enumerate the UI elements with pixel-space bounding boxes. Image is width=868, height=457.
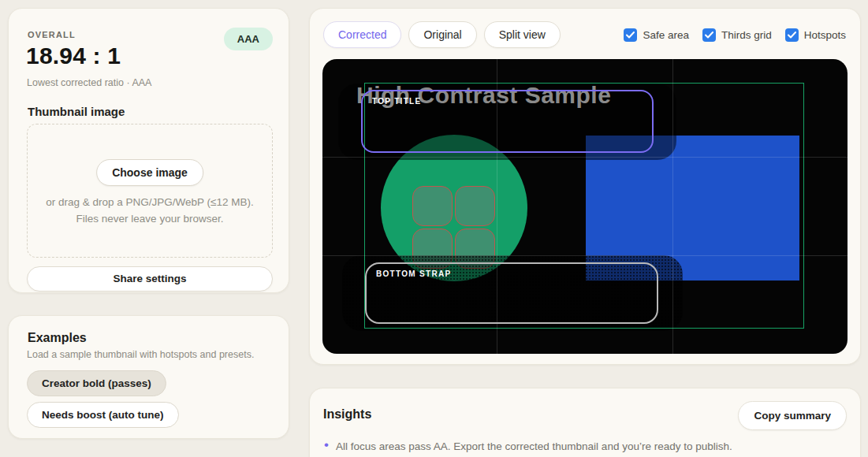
hotspot-top-title-label: TOP TITLE — [372, 97, 421, 106]
overlay-toggles: Safe area Thirds grid Hotspots — [624, 28, 846, 42]
thirds-grid-toggle[interactable]: Thirds grid — [702, 28, 772, 42]
checkmark-icon — [788, 32, 796, 39]
checkmark-icon — [626, 32, 635, 39]
insight-item: • All focus areas pass AA. Export the co… — [324, 439, 836, 454]
tab-original[interactable]: Original — [408, 21, 476, 48]
safe-area-toggle[interactable]: Safe area — [624, 28, 689, 42]
share-settings-button[interactable]: Share settings — [27, 266, 273, 292]
ratio-subtitle: Lowest corrected ratio · AAA — [27, 77, 151, 88]
thirds-grid-line — [322, 157, 848, 158]
examples-title: Examples — [28, 331, 87, 345]
hotspot-bottom-strap[interactable]: BOTTOM STRAP — [365, 262, 658, 324]
insights-panel: Insights Copy summary • All focus areas … — [309, 388, 861, 457]
hotspots-checkbox[interactable] — [785, 28, 799, 42]
dropzone-hint: or drag & drop a PNG/JPG/WebP (≤12 MB). … — [37, 194, 263, 227]
contrast-ratio-value: 18.94 : 1 — [26, 43, 121, 69]
safe-area-label: Safe area — [643, 29, 689, 41]
thirds-grid-line — [672, 59, 673, 354]
checkmark-icon — [705, 32, 713, 39]
viewer-panel: Corrected Original Split view Safe area … — [309, 8, 861, 365]
hotspots-label: Hotspots — [804, 29, 846, 41]
choose-image-button[interactable]: Choose image — [96, 159, 203, 186]
examples-panel: Examples Load a sample thumbnail with ho… — [8, 315, 289, 439]
overall-label: OVERALL — [28, 30, 76, 39]
examples-subtitle: Load a sample thumbnail with hotspots an… — [27, 349, 254, 360]
thumbnail-section-heading: Thumbnail image — [28, 105, 125, 118]
hotspot-top-title[interactable]: TOP TITLE — [361, 90, 654, 153]
tab-corrected[interactable]: Corrected — [323, 21, 401, 48]
safe-area-checkbox[interactable] — [624, 28, 637, 42]
view-mode-tabs: Corrected Original Split view — [323, 21, 561, 48]
bullet-icon: • — [324, 439, 329, 451]
thirds-grid-line — [322, 255, 848, 256]
insights-title: Insights — [323, 407, 371, 422]
hotspot-bottom-strap-label: BOTTOM STRAP — [376, 269, 451, 278]
example-needs-boost-button[interactable]: Needs boost (auto tune) — [27, 402, 179, 428]
thumbnail-preview-canvas[interactable]: High Contrast Sample TOP TITLE BOTTOM ST… — [322, 59, 848, 354]
image-dropzone[interactable]: Choose image or drag & drop a PNG/JPG/We… — [27, 124, 273, 258]
overall-panel: OVERALL AAA 18.94 : 1 Lowest corrected r… — [8, 8, 289, 293]
example-creator-bold-button[interactable]: Creator bold (passes) — [27, 370, 166, 396]
copy-summary-button[interactable]: Copy summary — [738, 401, 847, 430]
insight-text: All focus areas pass AA. Export the corr… — [336, 439, 732, 454]
thirds-grid-checkbox[interactable] — [702, 28, 716, 42]
tab-split-view[interactable]: Split view — [484, 21, 561, 48]
hotspots-toggle[interactable]: Hotspots — [785, 28, 846, 42]
aaa-badge: AAA — [224, 28, 273, 50]
thirds-grid-label: Thirds grid — [721, 29, 772, 41]
